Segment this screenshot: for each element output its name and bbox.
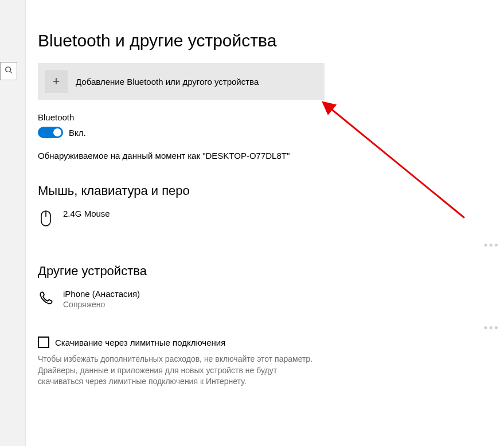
device-status: Сопряжено [63,300,140,309]
phone-icon [38,289,54,306]
metered-checkbox[interactable] [38,337,49,348]
device-item-mouse[interactable]: 2.4G Mouse [38,206,474,229]
metered-section: Скачивание через лимитные подключения Чт… [38,337,474,388]
bluetooth-toggle-state: Вкл. [69,128,86,138]
bluetooth-toggle[interactable] [38,127,63,138]
search-icon [5,66,13,76]
main-content: Bluetooth и другие устройства + Добавлен… [38,31,474,388]
mouse-keyboard-pen-section: Мышь, клавиатура и перо 2.4G Mouse [38,183,474,229]
page-title: Bluetooth и другие устройства [38,31,474,50]
left-rail [0,0,26,446]
device-item-phone[interactable]: iPhone (Анастасия) Сопряжено [38,287,474,311]
bluetooth-label: Bluetooth [38,112,474,122]
metered-checkbox-label: Скачивание через лимитные подключения [55,338,225,347]
section-heading-other: Другие устройства [38,264,474,279]
add-device-label: Добавление Bluetooth или другого устройс… [76,77,259,87]
bluetooth-section: Bluetooth Вкл. Обнаруживаемое на данный … [38,112,474,161]
device-name: iPhone (Анастасия) [63,289,140,299]
metered-description: Чтобы избежать дополнительных расходов, … [38,354,319,388]
plus-icon: + [45,70,68,93]
watermark-dots: ●●● [483,323,499,331]
svg-line-1 [10,72,12,73]
other-devices-section: Другие устройства iPhone (Анастасия) Соп… [38,264,474,311]
search-button[interactable] [0,62,17,80]
add-device-button[interactable]: + Добавление Bluetooth или другого устро… [38,63,325,100]
discoverable-text: Обнаруживаемое на данный момент как "DES… [38,151,474,161]
mouse-icon [38,209,54,227]
svg-point-0 [6,67,11,72]
device-name: 2.4G Mouse [63,209,110,218]
section-heading-mkp: Мышь, клавиатура и перо [38,183,474,198]
watermark-dots: ●●● [483,241,499,249]
